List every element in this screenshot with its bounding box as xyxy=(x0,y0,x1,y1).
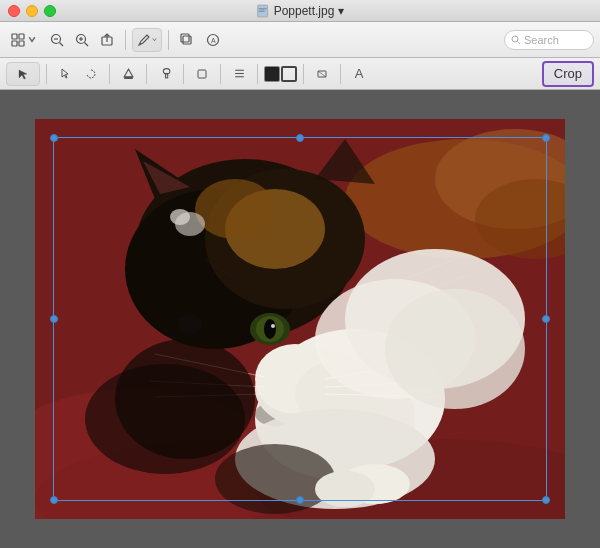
cursor-icon xyxy=(59,68,71,80)
tools-right: Crop xyxy=(542,61,594,87)
svg-line-9 xyxy=(60,42,64,46)
main-toolbar: A Search xyxy=(0,22,600,58)
file-icon xyxy=(256,4,270,18)
crop-handle-bottom-middle[interactable] xyxy=(296,496,304,504)
svg-point-46 xyxy=(195,179,275,239)
svg-point-54 xyxy=(264,319,276,339)
share-icon xyxy=(100,33,114,47)
foreground-color[interactable] xyxy=(264,66,280,82)
crop-handle-middle-left[interactable] xyxy=(50,315,58,323)
brush-tool-button[interactable] xyxy=(153,62,177,86)
duplicate-icon xyxy=(180,33,194,47)
cat-photo xyxy=(35,119,565,519)
select-tool-button[interactable] xyxy=(11,62,35,86)
cursor-tool-button[interactable] xyxy=(53,62,77,86)
crop-handle-top-left[interactable] xyxy=(50,134,58,142)
color-group xyxy=(264,66,297,82)
svg-rect-23 xyxy=(124,77,133,79)
crop-handle-middle-right[interactable] xyxy=(542,315,550,323)
divider-4 xyxy=(109,64,110,84)
divider-9 xyxy=(303,64,304,84)
pen-group xyxy=(132,28,162,52)
crop-button[interactable]: Crop xyxy=(542,61,594,87)
maximize-button[interactable] xyxy=(44,5,56,17)
svg-rect-26 xyxy=(198,70,206,78)
search-box[interactable]: Search xyxy=(504,30,594,50)
svg-point-21 xyxy=(512,36,518,42)
crop-handle-bottom-left[interactable] xyxy=(50,496,58,504)
close-button[interactable] xyxy=(8,5,20,17)
action-button-2[interactable]: A xyxy=(201,28,225,52)
chevron-down-icon-2 xyxy=(152,36,157,44)
svg-line-22 xyxy=(518,41,521,44)
text-tool-button[interactable]: A xyxy=(347,62,371,86)
svg-point-70 xyxy=(215,444,335,514)
tools-left: A xyxy=(6,62,371,86)
traffic-lights xyxy=(8,5,56,17)
fill-tool-button[interactable] xyxy=(116,62,140,86)
pen-icon xyxy=(137,33,151,47)
background-color[interactable] xyxy=(281,66,297,82)
view-icon xyxy=(11,33,25,47)
lasso-icon xyxy=(85,68,97,80)
tools-toolbar: A Crop xyxy=(0,58,600,90)
svg-rect-18 xyxy=(181,34,189,42)
svg-point-56 xyxy=(178,314,202,334)
brush-icon xyxy=(159,67,172,80)
zoom-in-button[interactable] xyxy=(70,28,94,52)
crop-handle-bottom-right[interactable] xyxy=(542,496,550,504)
svg-rect-6 xyxy=(19,41,24,46)
divider-5 xyxy=(146,64,147,84)
divider-1 xyxy=(125,30,126,50)
text-icon: A xyxy=(355,66,364,81)
title-bar: Poppett.jpg ▾ xyxy=(0,0,600,22)
svg-line-31 xyxy=(318,71,326,77)
opacity-button[interactable] xyxy=(310,62,334,86)
share-button[interactable] xyxy=(95,28,119,52)
svg-point-73 xyxy=(385,289,525,409)
shape-tool-button[interactable] xyxy=(190,62,214,86)
list-button[interactable] xyxy=(227,62,251,86)
window-title: Poppett.jpg ▾ xyxy=(256,4,345,18)
search-icon xyxy=(511,35,521,45)
shape-icon xyxy=(196,68,208,80)
svg-point-75 xyxy=(85,364,245,474)
filter-icon: A xyxy=(206,33,220,47)
opacity-icon xyxy=(316,68,328,80)
select-tool-group xyxy=(6,62,40,86)
crop-handle-top-right[interactable] xyxy=(542,134,550,142)
chevron-down-icon xyxy=(25,33,39,47)
canvas-area xyxy=(0,90,600,548)
svg-rect-3 xyxy=(12,34,17,39)
zoom-in-icon xyxy=(75,33,89,47)
svg-rect-4 xyxy=(19,34,24,39)
arrow-icon xyxy=(17,68,29,80)
list-icon xyxy=(233,67,246,80)
divider-10 xyxy=(340,64,341,84)
svg-point-77 xyxy=(315,471,375,507)
minimize-button[interactable] xyxy=(26,5,38,17)
svg-point-51 xyxy=(170,209,190,225)
divider-7 xyxy=(220,64,221,84)
svg-rect-17 xyxy=(183,36,191,44)
search-placeholder: Search xyxy=(524,34,559,46)
view-toggle-button[interactable] xyxy=(6,28,44,52)
svg-line-13 xyxy=(85,42,89,46)
divider-3 xyxy=(46,64,47,84)
svg-text:A: A xyxy=(211,37,216,44)
lasso-tool-button[interactable] xyxy=(79,62,103,86)
crop-handle-top-middle[interactable] xyxy=(296,134,304,142)
svg-rect-5 xyxy=(12,41,17,46)
divider-2 xyxy=(168,30,169,50)
divider-8 xyxy=(257,64,258,84)
svg-rect-2 xyxy=(259,10,265,12)
svg-point-55 xyxy=(271,324,275,328)
photo-container xyxy=(35,119,565,519)
view-group xyxy=(6,28,119,52)
zoom-out-icon xyxy=(50,33,64,47)
divider-6 xyxy=(183,64,184,84)
action-button-1[interactable] xyxy=(175,28,199,52)
zoom-out-button[interactable] xyxy=(45,28,69,52)
svg-rect-1 xyxy=(259,8,267,10)
fill-icon xyxy=(122,67,135,80)
